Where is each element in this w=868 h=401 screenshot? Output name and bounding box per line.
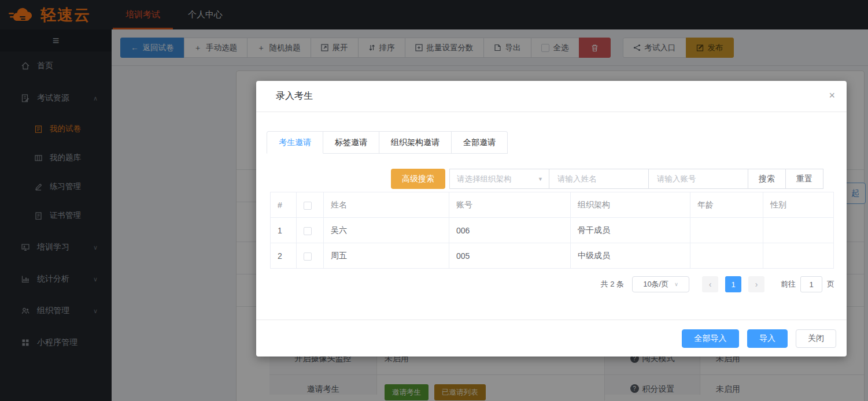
- invite-tabs: 考生邀请 标签邀请 组织架构邀请 全部邀请: [267, 131, 508, 154]
- row-checkbox[interactable]: [304, 227, 312, 235]
- cell-index: 2: [271, 243, 297, 269]
- column-header-name: 姓名: [324, 192, 449, 218]
- dialog-header: 录入考生 ×: [256, 81, 847, 112]
- column-header-age: 年龄: [690, 192, 763, 218]
- prev-page-button[interactable]: ‹: [702, 276, 718, 292]
- page-size-select[interactable]: 10条/页 ∨: [632, 276, 689, 292]
- examinee-table: # 姓名 账号 组织架构 年龄 性别 1 吴六 006 骨干成员: [270, 192, 834, 269]
- cell-name: 周五: [324, 243, 449, 269]
- cell-checkbox: [297, 243, 324, 269]
- tab-examinee-invite[interactable]: 考生邀请: [267, 131, 323, 154]
- chevron-down-icon: ∨: [674, 281, 678, 287]
- cell-gender: [763, 243, 834, 269]
- column-header-gender: 性别: [763, 192, 834, 218]
- goto-suffix: 页: [827, 279, 834, 289]
- close-button[interactable]: 关闭: [796, 329, 836, 348]
- dialog-title: 录入考生: [276, 90, 313, 102]
- reset-button[interactable]: 重置: [785, 169, 823, 189]
- tab-org-structure-invite[interactable]: 组织架构邀请: [379, 131, 452, 154]
- import-button[interactable]: 导入: [747, 329, 788, 348]
- row-checkbox[interactable]: [304, 253, 312, 261]
- table-row[interactable]: 1 吴六 006 骨干成员: [271, 218, 834, 243]
- app: 轻速云 培训考试 个人中心 ≡ 首页: [0, 0, 868, 401]
- cell-account: 006: [449, 218, 571, 243]
- tab-label: 全部邀请: [463, 138, 496, 148]
- pagination: 共 2 条 10条/页 ∨ ‹ 1 › 前往 页: [601, 276, 834, 292]
- search-button[interactable]: 搜索: [748, 169, 786, 189]
- column-header-org: 组织架构: [571, 192, 690, 218]
- goto-label: 前往: [781, 279, 796, 289]
- column-header-account: 账号: [449, 192, 571, 218]
- total-count: 共 2 条: [601, 279, 624, 289]
- cell-index: 1: [271, 218, 297, 243]
- tab-invite-all[interactable]: 全部邀请: [452, 131, 508, 154]
- name-input[interactable]: [556, 174, 641, 184]
- close-icon[interactable]: ×: [829, 90, 835, 101]
- cell-account: 005: [449, 243, 571, 269]
- cell-checkbox: [297, 218, 324, 243]
- tab-label: 标签邀请: [335, 138, 367, 148]
- select-placeholder: 请选择组织架构: [457, 174, 512, 184]
- page-size-value: 10条/页: [643, 279, 668, 289]
- name-input-wrap: [549, 169, 649, 189]
- dialog-footer: 全部导入 导入 关闭: [256, 320, 847, 357]
- table-header-row: # 姓名 账号 组织架构 年龄 性别: [271, 192, 834, 218]
- org-structure-select[interactable]: 请选择组织架构 ▼: [449, 169, 549, 189]
- tab-label: 组织架构邀请: [391, 138, 439, 148]
- tab-label-invite[interactable]: 标签邀请: [323, 131, 379, 154]
- page-number-1[interactable]: 1: [725, 276, 741, 292]
- cell-org: 骨干成员: [571, 218, 690, 243]
- tab-label: 考生邀请: [279, 138, 311, 148]
- cell-age: [690, 243, 763, 269]
- cell-age: [690, 218, 763, 243]
- caret-down-icon: ▼: [538, 176, 543, 182]
- index-header: #: [271, 192, 297, 218]
- advanced-search-button[interactable]: 高级搜索: [391, 169, 445, 189]
- select-all-rows-checkbox[interactable]: [304, 202, 312, 210]
- account-input-wrap: [648, 169, 748, 189]
- header-checkbox-cell: [297, 192, 324, 218]
- cell-gender: [763, 218, 834, 243]
- import-all-button[interactable]: 全部导入: [682, 329, 739, 348]
- account-input[interactable]: [656, 174, 741, 184]
- cell-org: 中级成员: [571, 243, 690, 269]
- table-row[interactable]: 2 周五 005 中级成员: [271, 243, 834, 269]
- enter-examinee-dialog: 录入考生 × 考生邀请 标签邀请 组织架构邀请 全部邀请 高级搜索 请选择组织架…: [256, 81, 847, 357]
- search-bar: 高级搜索 请选择组织架构 ▼ 搜索 重置: [391, 169, 823, 189]
- goto-page-input[interactable]: [800, 276, 822, 292]
- next-page-button[interactable]: ›: [748, 276, 764, 292]
- cell-name: 吴六: [324, 218, 449, 243]
